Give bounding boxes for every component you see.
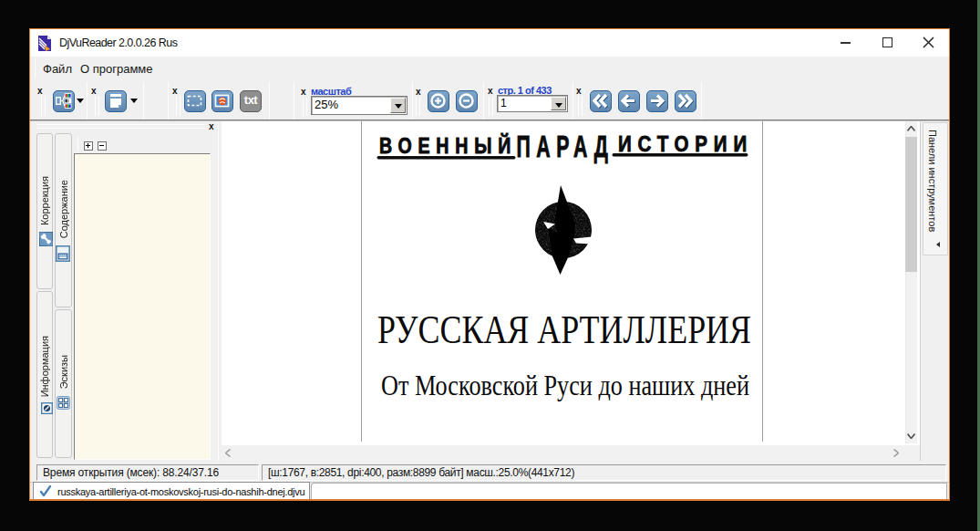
svg-text:ПАРАД: ПАРАД [517, 130, 614, 163]
svg-text:ВОЕННЫЙ: ВОЕННЫЙ [379, 133, 517, 158]
svg-text:РУССКАЯ АРТИЛЛЕРИЯ: РУССКАЯ АРТИЛЛЕРИЯ [377, 307, 751, 352]
svg-text:ИСТОРИИ: ИСТОРИИ [618, 131, 753, 156]
svg-text:От Московской Руси до наших дн: От Московской Руси до наших дней [381, 370, 749, 401]
